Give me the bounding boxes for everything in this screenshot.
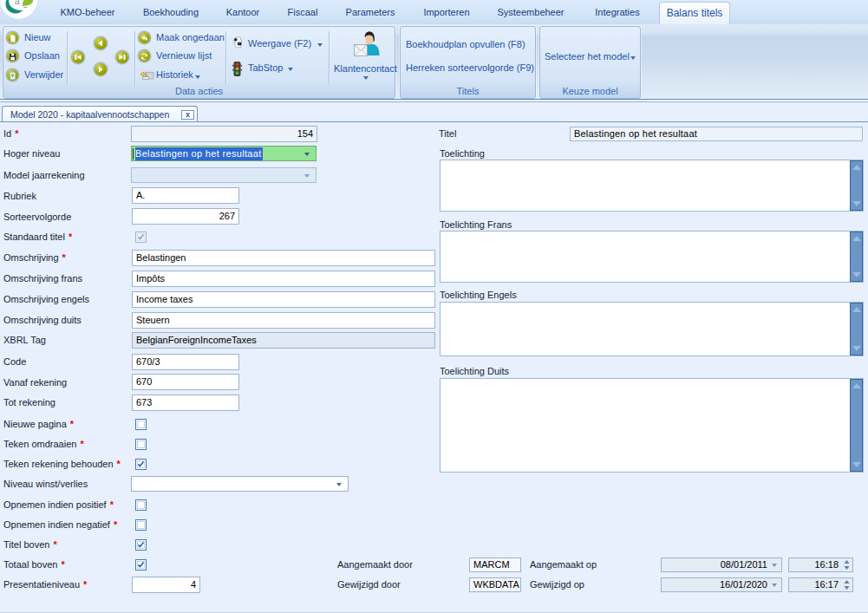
svg-text:a: a [15, 0, 20, 6]
